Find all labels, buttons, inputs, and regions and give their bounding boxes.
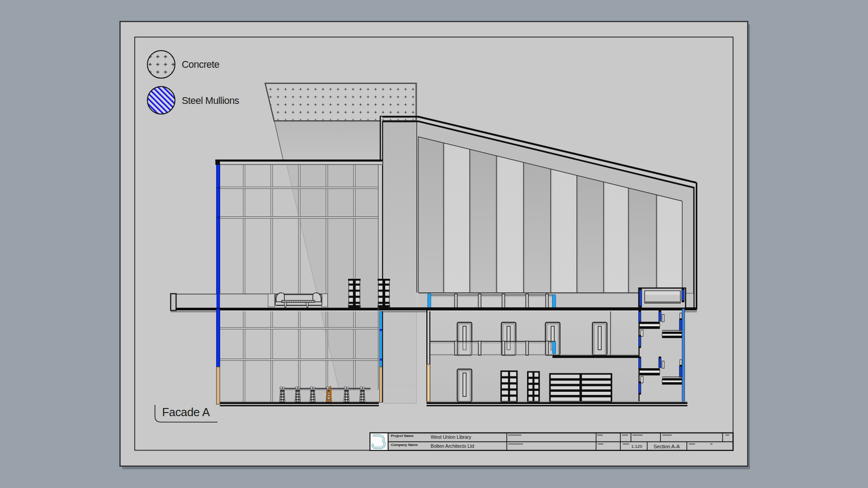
svg-text:Bolten Architects Ltd: Bolten Architects Ltd	[431, 443, 474, 449]
svg-text:Facade A: Facade A	[162, 406, 210, 418]
svg-text:Section A-A: Section A-A	[654, 444, 680, 449]
svg-text:1:120: 1:120	[631, 444, 642, 449]
svg-text:Company Name: Company Name	[391, 443, 418, 447]
svg-text:Project Name: Project Name	[391, 434, 414, 438]
svg-text:Concrete: Concrete	[182, 59, 219, 70]
svg-text:West Union Library: West Union Library	[431, 434, 472, 440]
svg-text:Steel Mullions: Steel Mullions	[182, 95, 239, 106]
